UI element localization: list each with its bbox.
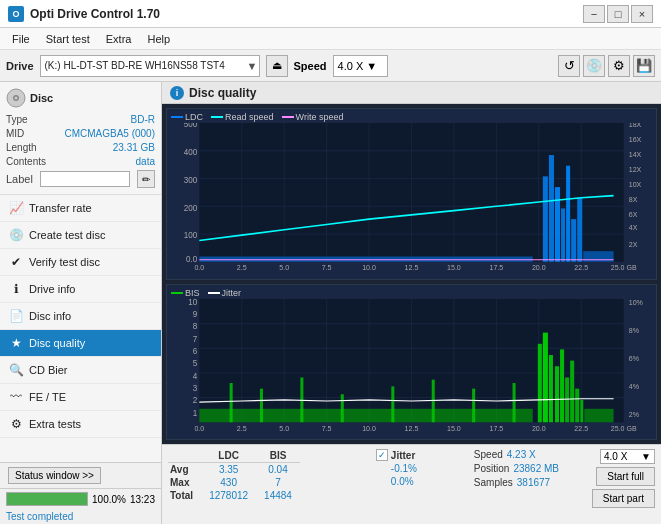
total-label: Total [168,489,201,502]
nav-transfer-rate-label: Transfer rate [29,202,92,214]
status-window-button[interactable]: Status window >> [8,467,101,484]
jitter-max: 0.0% [376,476,466,487]
nav-transfer-rate[interactable]: 📈 Transfer rate [0,195,161,222]
ldc-legend-label: LDC [185,112,203,122]
svg-rect-49 [571,219,576,262]
svg-point-2 [15,97,18,100]
position-val: 23862 MB [513,463,559,474]
drive-selector[interactable]: (K:) HL-DT-ST BD-RE WH16NS58 TST4 ▼ [40,55,260,77]
svg-text:100: 100 [184,230,198,240]
disc-length-field: Length 23.31 GB [6,142,155,153]
label-edit-button[interactable]: ✏ [137,170,155,188]
svg-rect-103 [549,355,553,422]
status-bar-bottom: Status window >> [0,462,161,488]
svg-text:7: 7 [193,333,198,344]
jitter-legend-label: Jitter [222,288,242,298]
write-speed-legend: Write speed [282,112,344,122]
menu-bar: File Start test Extra Help [0,28,661,50]
nav-create-test-disc[interactable]: 💿 Create test disc [0,222,161,249]
max-label: Max [168,476,201,489]
nav-verify-test-disc[interactable]: ✔ Verify test disc [0,249,161,276]
stats-row-avg: Avg 3.35 0.04 [168,463,300,477]
svg-rect-97 [391,386,394,422]
svg-rect-44 [543,176,548,261]
svg-rect-94 [260,388,263,422]
contents-label: Contents [6,156,46,167]
disc-quality-icon: ★ [8,335,24,351]
svg-text:22.5: 22.5 [574,263,588,272]
read-speed-legend-label: Read speed [225,112,274,122]
bis-chart-svg: 10 9 8 7 6 5 4 3 2 1 10% 8% 6% 4% 2% [169,299,654,433]
svg-rect-50 [577,198,582,262]
menu-file[interactable]: File [4,31,38,47]
ldc-color [171,116,183,118]
progress-bar [6,492,88,506]
svg-text:25.0 GB: 25.0 GB [611,423,637,432]
position-key: Position [474,463,510,474]
svg-rect-51 [583,251,613,262]
speed-selector[interactable]: 4.0 X ▼ [333,55,388,77]
nav-disc-quality[interactable]: ★ Disc quality [0,330,161,357]
progress-percent: 100.0% [92,494,126,505]
drive-label: Drive [6,60,34,72]
menu-extra[interactable]: Extra [98,31,140,47]
svg-text:8X: 8X [629,195,638,204]
svg-text:17.5: 17.5 [490,423,504,432]
label-input[interactable] [40,171,130,187]
nav-fe-te[interactable]: 〰 FE / TE [0,384,161,411]
jitter-section: ✓ Jitter -0.1% 0.0% [376,449,466,489]
bis-color [171,292,183,294]
svg-rect-45 [549,155,554,262]
close-button[interactable]: × [631,5,653,23]
disc-contents-field: Contents data [6,156,155,167]
speed-select-box[interactable]: 4.0 X ▼ [600,449,655,464]
menu-start-test[interactable]: Start test [38,31,98,47]
jitter-checkbox[interactable]: ✓ [376,449,388,461]
window-controls[interactable]: − □ × [583,5,653,23]
nav-fe-te-label: FE / TE [29,391,66,403]
disc-quality-header: i Disc quality [162,82,661,104]
refresh-button[interactable]: ↺ [558,55,580,77]
svg-rect-107 [570,360,574,422]
svg-text:0.0: 0.0 [194,263,204,272]
bis-legend: BIS [171,288,200,298]
maximize-button[interactable]: □ [607,5,629,23]
window-title: Opti Drive Control 1.70 [30,7,160,21]
svg-rect-96 [341,394,344,422]
drive-info-icon: ℹ [8,281,24,297]
toolbar-icons: ↺ 💿 ⚙ 💾 [558,55,655,77]
svg-text:1: 1 [193,407,198,418]
svg-rect-48 [566,166,570,262]
drive-toolbar: Drive (K:) HL-DT-ST BD-RE WH16NS58 TST4 … [0,50,661,82]
nav-drive-info[interactable]: ℹ Drive info [0,276,161,303]
contents-value: data [136,156,155,167]
nav-extra-tests[interactable]: ⚙ Extra tests [0,411,161,438]
top-chart-legend: LDC Read speed Write speed [169,111,654,123]
speed-info-row: Speed 4.23 X [474,449,584,460]
speed-dropdown-arrow: ▼ [366,60,377,72]
minimize-button[interactable]: − [583,5,605,23]
svg-text:10: 10 [188,299,197,307]
nav-cd-bier[interactable]: 🔍 CD Bier [0,357,161,384]
svg-text:3: 3 [193,382,198,393]
disc-button[interactable]: 💿 [583,55,605,77]
position-info-row: Position 23862 MB [474,463,584,474]
app-icon: O [8,6,24,22]
disc-header: Disc [6,88,155,108]
svg-rect-43 [199,257,532,262]
menu-help[interactable]: Help [139,31,178,47]
ldc-chart-svg: 500 400 300 200 100 0.0 18X 16X 14X 12X … [169,123,654,273]
col-header-bis: BIS [256,449,300,463]
svg-text:2.5: 2.5 [237,263,247,272]
drive-value: (K:) HL-DT-ST BD-RE WH16NS58 TST4 [45,60,244,71]
save-button[interactable]: 💾 [633,55,655,77]
start-full-button[interactable]: Start full [596,467,655,486]
samples-val: 381677 [517,477,550,488]
status-text: Test completed [0,509,161,524]
start-part-button[interactable]: Start part [592,489,655,508]
eject-button[interactable]: ⏏ [266,55,288,77]
nav-disc-info[interactable]: 📄 Disc info [0,303,161,330]
avg-label: Avg [168,463,201,477]
disc-section-title: Disc [30,92,53,104]
settings-button[interactable]: ⚙ [608,55,630,77]
